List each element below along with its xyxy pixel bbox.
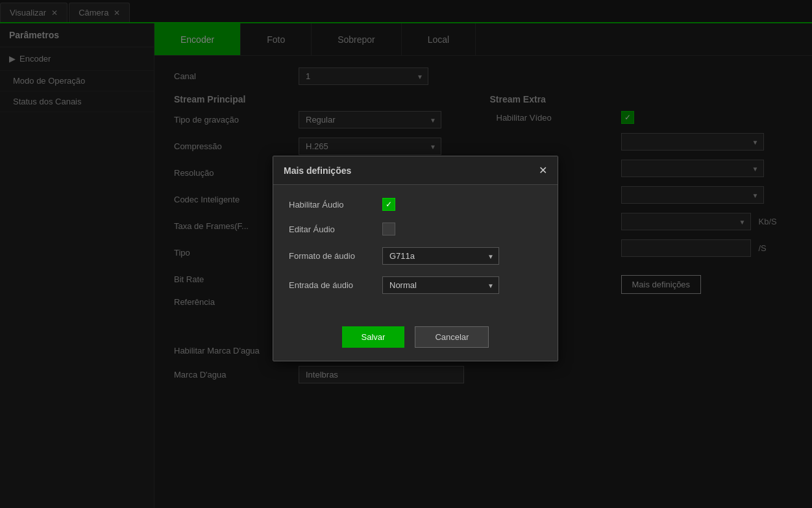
editar-audio-checkbox[interactable] [382,223,395,236]
salvar-button[interactable]: Salvar [342,326,405,348]
modal-overlay: Mais definições ✕ Habilitar Áudio ✓ Edit… [0,0,812,508]
formato-audio-wrapper: G711a G711u PCM AAC [382,247,499,265]
modal-body: Habilitar Áudio ✓ Editar Áudio Formato d… [273,185,558,319]
formato-audio-select[interactable]: G711a G711u PCM AAC [382,247,499,265]
editar-audio-label: Editar Áudio [289,224,373,234]
modal-close-button[interactable]: ✕ [539,164,547,176]
modal-title: Mais definições [284,165,351,176]
modal-footer: Salvar Cancelar [273,319,558,361]
formato-audio-row: Formato de áudio G711a G711u PCM AAC [289,247,542,265]
entrada-audio-wrapper: Normal Mic Line [382,276,499,294]
habilitar-audio-checkbox[interactable]: ✓ [382,198,395,211]
mais-definicoes-modal: Mais definições ✕ Habilitar Áudio ✓ Edit… [273,156,558,361]
editar-audio-row: Editar Áudio [289,223,542,236]
habilitar-audio-row: Habilitar Áudio ✓ [289,198,542,211]
entrada-audio-select[interactable]: Normal Mic Line [382,276,499,294]
habilitar-audio-label: Habilitar Áudio [289,200,373,210]
formato-audio-label: Formato de áudio [289,251,373,261]
entrada-audio-label: Entrada de áudio [289,280,373,290]
cancelar-button[interactable]: Cancelar [415,326,489,348]
entrada-audio-row: Entrada de áudio Normal Mic Line [289,276,542,294]
modal-header: Mais definições ✕ [273,156,558,185]
